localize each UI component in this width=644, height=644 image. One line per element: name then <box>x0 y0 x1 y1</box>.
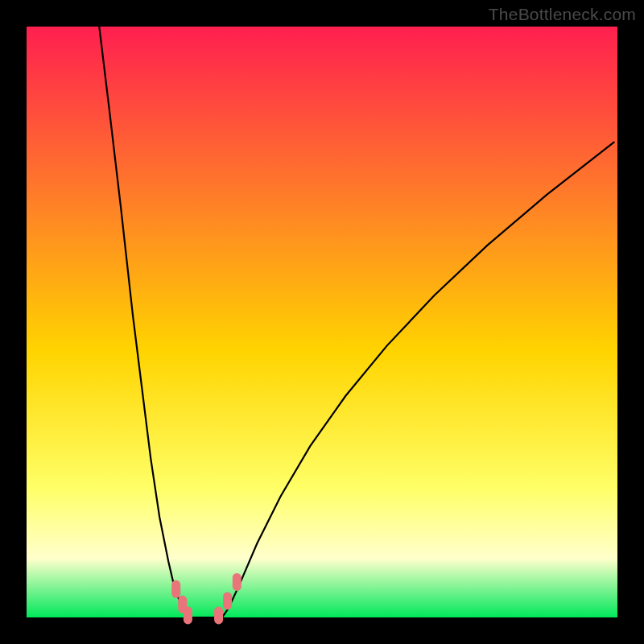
curve-marker <box>214 606 223 624</box>
curve-path <box>99 27 614 617</box>
watermark-text: TheBottleneck.com <box>489 5 636 24</box>
curve-marker <box>184 606 192 624</box>
curve-marker <box>171 580 180 598</box>
bottleneck-curve <box>0 0 644 644</box>
chart-container: TheBottleneck.com <box>0 0 644 644</box>
curve-marker <box>223 592 232 609</box>
curve-marker <box>233 573 242 591</box>
